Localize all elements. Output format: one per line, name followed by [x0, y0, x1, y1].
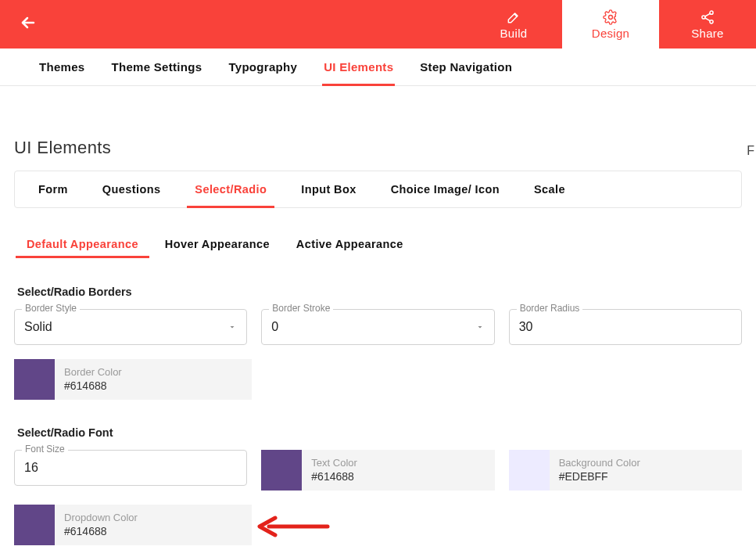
page-title: UI Elements — [14, 138, 742, 158]
tab-default-appearance[interactable]: Default Appearance — [25, 238, 140, 258]
dropdown-color-value: #614688 — [64, 524, 138, 539]
font-size-input[interactable]: Font Size — [14, 450, 247, 491]
tab-share-label: Share — [691, 27, 724, 40]
tab-form[interactable]: Form — [23, 171, 84, 207]
topbar: Build Design Share — [0, 0, 756, 49]
dropdown-color-row: Dropdown Color #614688 — [14, 505, 742, 545]
section-title-font: Select/Radio Font — [17, 426, 742, 439]
border-radius-label: Border Radius — [517, 303, 583, 314]
text-color-chip[interactable]: Text Color #614688 — [261, 450, 494, 491]
borders-row: Border Style Solid Border Stroke 0 Borde… — [14, 309, 742, 345]
dropdown-color-label: Dropdown Color — [64, 511, 138, 525]
bg-color-chip[interactable]: Background Color #EDEBFF — [509, 450, 742, 491]
tab-share[interactable]: Share — [659, 0, 756, 49]
dropdown-color-chip[interactable]: Dropdown Color #614688 — [14, 505, 252, 545]
tab-build[interactable]: Build — [465, 0, 562, 49]
topbar-right: Build Design Share — [465, 0, 756, 49]
font-size-field[interactable] — [24, 461, 237, 475]
border-stroke-select[interactable]: Border Stroke 0 — [261, 309, 494, 345]
tab-active-appearance[interactable]: Active Appearance — [295, 238, 405, 258]
svg-point-0 — [609, 15, 613, 19]
nav-themes[interactable]: Themes — [27, 49, 98, 85]
border-color-label: Border Color — [64, 365, 122, 379]
secondary-nav: Themes Theme Settings Typography UI Elem… — [0, 49, 756, 86]
tab-select-radio[interactable]: Select/Radio — [179, 171, 282, 207]
cropped-letter: F — [747, 144, 754, 158]
arrow-left-icon — [19, 13, 38, 32]
tab-build-label: Build — [500, 27, 528, 40]
border-color-swatch — [14, 359, 55, 400]
text-color-swatch — [261, 450, 302, 491]
appearance-tabs: Default Appearance Hover Appearance Acti… — [14, 238, 742, 259]
tab-choice-image-icon[interactable]: Choice Image/ Icon — [375, 171, 515, 207]
nav-step-navigation[interactable]: Step Navigation — [407, 49, 525, 85]
edit-icon — [506, 9, 521, 25]
inner-card: Form Questions Select/Radio Input Box Ch… — [14, 171, 742, 208]
nav-typography[interactable]: Typography — [216, 49, 310, 85]
text-color-label: Text Color — [311, 456, 357, 470]
dropdown-color-swatch — [14, 505, 55, 545]
text-color-value: #614688 — [311, 469, 357, 484]
border-radius-input[interactable]: Border Radius — [509, 309, 742, 345]
section-title-borders: Select/Radio Borders — [17, 286, 742, 298]
gear-icon — [603, 9, 618, 25]
chevron-down-icon — [228, 322, 237, 332]
back-button[interactable] — [19, 13, 38, 35]
bg-color-label: Background Color — [559, 456, 640, 470]
border-style-label: Border Style — [22, 303, 80, 314]
nav-theme-settings[interactable]: Theme Settings — [99, 49, 215, 85]
tab-input-box[interactable]: Input Box — [285, 171, 371, 207]
border-stroke-value: 0 — [271, 320, 278, 334]
bg-color-value: #EDEBFF — [559, 469, 640, 484]
tab-scale[interactable]: Scale — [518, 171, 581, 207]
tab-hover-appearance[interactable]: Hover Appearance — [163, 238, 271, 258]
page: UI Elements Form Questions Select/Radio … — [0, 86, 756, 557]
bg-color-swatch — [509, 450, 550, 491]
inner-tabs: Form Questions Select/Radio Input Box Ch… — [23, 171, 733, 207]
border-color-value: #614688 — [64, 379, 122, 393]
border-radius-field[interactable] — [519, 320, 732, 334]
tab-design[interactable]: Design — [562, 0, 659, 49]
tab-design-label: Design — [592, 27, 630, 40]
border-stroke-label: Border Stroke — [269, 303, 333, 314]
border-style-value: Solid — [24, 320, 52, 334]
font-row: Font Size Text Color #614688 Background … — [14, 450, 742, 491]
border-style-select[interactable]: Border Style Solid — [14, 309, 247, 345]
border-color-row: Border Color #614688 — [14, 359, 742, 400]
nav-ui-elements[interactable]: UI Elements — [311, 49, 406, 85]
font-size-label: Font Size — [22, 444, 68, 455]
share-icon — [700, 9, 715, 25]
border-color-chip[interactable]: Border Color #614688 — [14, 359, 252, 400]
chevron-down-icon — [475, 322, 485, 332]
tab-questions[interactable]: Questions — [87, 171, 177, 207]
